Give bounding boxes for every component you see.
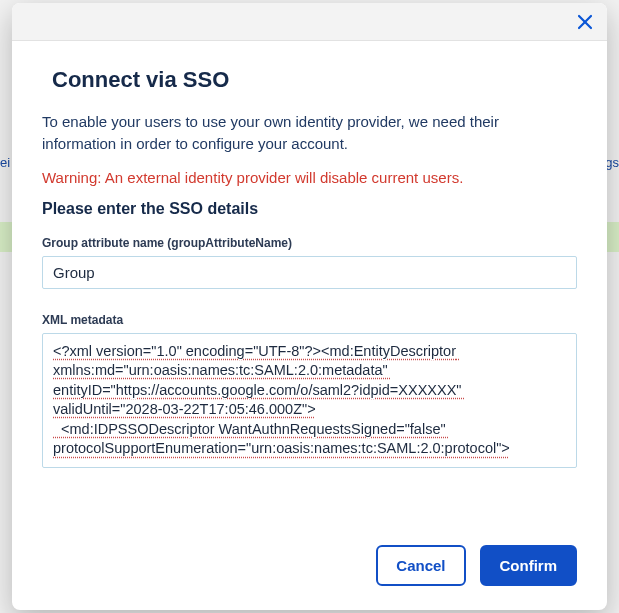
xml-metadata-field: XML metadata <?xml version="1.0" encodin… xyxy=(42,313,577,472)
warning-text: Warning: An external identity provider w… xyxy=(42,169,577,186)
modal-header xyxy=(12,3,607,41)
modal-title: Connect via SSO xyxy=(42,67,577,93)
group-attribute-field: Group attribute name (groupAttributeName… xyxy=(42,236,577,289)
modal-body: Connect via SSO To enable your users to … xyxy=(12,41,607,529)
close-icon xyxy=(577,14,593,30)
bg-fragment-right: gs xyxy=(605,155,619,170)
xml-metadata-input[interactable]: <?xml version="1.0" encoding="UTF-8"?><m… xyxy=(42,333,577,468)
modal-footer: Cancel Confirm xyxy=(12,529,607,610)
group-attribute-label: Group attribute name (groupAttributeName… xyxy=(42,236,577,250)
bg-fragment-left: ei xyxy=(0,155,10,170)
cancel-button[interactable]: Cancel xyxy=(376,545,465,586)
sso-connect-modal: Connect via SSO To enable your users to … xyxy=(12,3,607,610)
confirm-button[interactable]: Confirm xyxy=(480,545,578,586)
close-button[interactable] xyxy=(573,10,597,34)
xml-metadata-label: XML metadata xyxy=(42,313,577,327)
group-attribute-input[interactable] xyxy=(42,256,577,289)
intro-text: To enable your users to use your own ide… xyxy=(42,111,577,155)
details-subheading: Please enter the SSO details xyxy=(42,200,577,218)
